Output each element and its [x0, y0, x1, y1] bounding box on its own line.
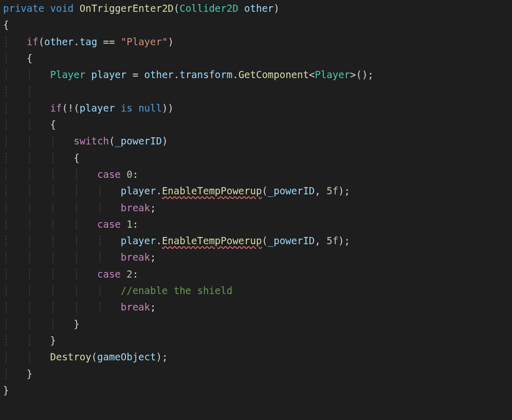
code-line: ┊ ┊ }: [3, 335, 56, 346]
code-editor[interactable]: private void OnTriggerEnter2D(Collider2D…: [0, 0, 512, 398]
code-line: ┊ ┊ ┊ ┊ ┊ player.EnableTempPowerup(_powe…: [3, 235, 350, 246]
code-line: ┊ ┊ {: [3, 119, 56, 130]
code-line: ┊ ┊ Destroy(gameObject);: [3, 351, 168, 362]
code-line: ┊ ┊ ┊ ┊ ┊ break;: [3, 202, 156, 213]
code-line: ┊ ┊ Player player = other.transform.GetC…: [3, 69, 374, 80]
code-line: }: [3, 385, 9, 396]
code-line: ┊ if(other.tag == "Player"): [3, 36, 174, 47]
error-underline: EnableTempPowerup: [162, 185, 262, 196]
code-line: ┊ ┊ ┊ ┊ case 1:: [3, 218, 138, 230]
code-line: ┊ ┊: [3, 85, 32, 97]
code-line: ┊ ┊ ┊ ┊ ┊ break;: [3, 251, 156, 263]
error-underline: EnableTempPowerup: [162, 235, 262, 246]
code-line: ┊ ┊ ┊ {: [3, 152, 80, 163]
code-line: ┊ ┊ ┊ switch(_powerID): [3, 135, 168, 147]
code-line: ┊ ┊ if(!(player is null)): [3, 102, 174, 114]
code-line: ┊ ┊ ┊ ┊ case 2:: [3, 268, 138, 280]
code-line: ┊ {: [3, 52, 32, 64]
code-line: ┊ ┊ ┊ ┊ ┊ break;: [3, 301, 156, 313]
code-line: ┊ ┊ ┊ ┊ case 0:: [3, 169, 138, 180]
code-line: ┊ ┊ ┊ ┊ ┊ //enable the shield: [3, 285, 232, 296]
code-line: ┊ }: [3, 368, 32, 379]
code-line: ┊ ┊ ┊ ┊ ┊ player.EnableTempPowerup(_powe…: [3, 185, 350, 196]
code-line: {: [3, 19, 9, 30]
code-line: private void OnTriggerEnter2D(Collider2D…: [3, 3, 280, 14]
code-line: ┊ ┊ ┊ }: [3, 318, 80, 330]
